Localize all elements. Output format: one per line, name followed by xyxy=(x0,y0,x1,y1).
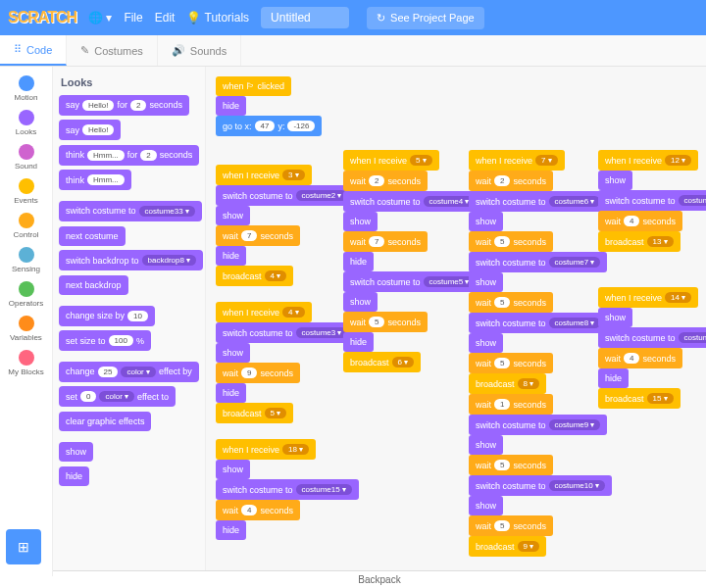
block[interactable]: show xyxy=(216,460,250,479)
block[interactable]: switch costume to costume5 ▾ xyxy=(343,271,481,292)
menu-edit[interactable]: Edit xyxy=(155,11,176,24)
script-stack[interactable]: when I receive 5 ▾ wait 2 seconds switch… xyxy=(343,150,481,372)
block[interactable]: switch costume to costume3 ▾ xyxy=(216,322,354,343)
block[interactable]: broadcast 13 ▾ xyxy=(598,231,681,252)
tab-code[interactable]: ⠿Code xyxy=(0,35,67,66)
block[interactable]: hide xyxy=(216,96,246,116)
block[interactable]: when 🏳 clicked xyxy=(216,76,291,96)
block[interactable]: wait 7 seconds xyxy=(343,231,428,252)
block[interactable]: hide xyxy=(598,368,629,388)
project-title-input[interactable] xyxy=(261,7,349,28)
block[interactable]: go to x: 47 y: -126 xyxy=(216,116,322,136)
script-stack[interactable]: when I receive 18 ▾ show switch costume … xyxy=(216,439,359,540)
block[interactable]: switch backdrop to backdrop8 ▾ xyxy=(59,250,203,270)
block[interactable]: switch costume to costume15 ▾ xyxy=(216,479,359,500)
block[interactable]: switch costume to costume2 ▾ xyxy=(216,185,354,206)
scratch-logo[interactable]: SCRATCH xyxy=(8,9,76,26)
category-motion[interactable]: Motion xyxy=(0,73,52,105)
script-stack[interactable]: when 🏳 clicked hide go to x: 47 y: -126 xyxy=(216,76,322,136)
block[interactable]: show xyxy=(598,308,632,327)
category-control[interactable]: Control xyxy=(0,210,52,242)
block[interactable]: show xyxy=(343,292,378,312)
block[interactable]: switch costume to costume9 ▾ xyxy=(469,415,607,435)
block[interactable]: when I receive 18 ▾ xyxy=(216,439,316,460)
block[interactable]: broadcast 6 ▾ xyxy=(343,352,421,372)
block[interactable]: show xyxy=(216,206,250,225)
block[interactable]: say Hello! xyxy=(59,120,121,140)
block[interactable]: hide xyxy=(216,383,246,403)
block[interactable]: wait 9 seconds xyxy=(216,363,300,383)
script-stack[interactable]: when I receive 7 ▾ wait 2 seconds switch… xyxy=(469,150,612,557)
block[interactable]: switch costume to costume8 ▾ xyxy=(469,313,607,333)
block[interactable]: think Hmm... for 2 seconds xyxy=(59,145,199,166)
block[interactable]: show xyxy=(469,333,503,353)
block[interactable]: switch costume to costume6 ▾ xyxy=(469,191,607,212)
block[interactable]: switch costume to costume7 ▾ xyxy=(469,252,607,272)
block[interactable]: next costume xyxy=(59,226,126,246)
block[interactable]: wait 5 seconds xyxy=(469,515,553,536)
block[interactable]: wait 5 seconds xyxy=(469,231,553,252)
block[interactable]: next backdrop xyxy=(59,275,128,295)
block[interactable]: wait 1 seconds xyxy=(469,394,553,415)
block[interactable]: wait 2 seconds xyxy=(343,171,428,191)
block[interactable]: say Hello! for 2 seconds xyxy=(59,95,189,116)
block[interactable]: show xyxy=(343,212,378,231)
block[interactable]: broadcast 9 ▾ xyxy=(469,536,546,557)
tab-sounds[interactable]: 🔊Sounds xyxy=(158,35,241,66)
block[interactable]: when I receive 7 ▾ xyxy=(469,150,565,171)
block[interactable]: broadcast 15 ▾ xyxy=(598,388,681,409)
block[interactable]: hide xyxy=(343,252,374,271)
block[interactable]: broadcast 4 ▾ xyxy=(216,266,293,286)
add-extension-button[interactable]: ⊞ xyxy=(6,529,41,564)
see-project-page-button[interactable]: ↻ See Project Page xyxy=(367,7,484,29)
block[interactable]: wait 4 seconds xyxy=(598,348,682,368)
block[interactable]: switch costume to costume xyxy=(598,327,706,348)
block[interactable]: show xyxy=(469,496,503,515)
block[interactable]: when I receive 4 ▾ xyxy=(216,302,312,322)
block[interactable]: when I receive 3 ▾ xyxy=(216,165,312,185)
menu-file[interactable]: File xyxy=(124,11,142,24)
block[interactable]: clear graphic effects xyxy=(59,412,151,431)
block[interactable]: wait 5 seconds xyxy=(469,292,553,313)
block[interactable]: switch costume to costume4 ▾ xyxy=(343,191,481,212)
block[interactable]: set 0 color ▾ effect to xyxy=(59,386,176,407)
block[interactable]: wait 5 seconds xyxy=(469,353,553,373)
backpack-bar[interactable]: Backpack xyxy=(53,570,706,588)
block[interactable]: broadcast 8 ▾ xyxy=(469,373,546,394)
block[interactable]: show xyxy=(216,343,250,363)
menu-tutorials[interactable]: 💡 Tutorials xyxy=(186,11,249,24)
script-stack[interactable]: when I receive 3 ▾ switch costume to cos… xyxy=(216,165,354,286)
globe-icon[interactable]: 🌐 ▾ xyxy=(88,11,112,24)
block[interactable]: hide xyxy=(216,520,246,540)
category-looks[interactable]: Looks xyxy=(0,107,52,139)
category-sound[interactable]: Sound xyxy=(0,141,52,173)
block[interactable]: change size by 10 xyxy=(59,306,155,326)
block[interactable]: when I receive 14 ▾ xyxy=(598,287,698,308)
script-stack[interactable]: when I receive 4 ▾ switch costume to cos… xyxy=(216,302,354,423)
block[interactable]: switch costume to costume33 ▾ xyxy=(59,201,202,221)
script-stack[interactable]: when I receive 12 ▾ show switch costume … xyxy=(598,150,706,252)
category-sensing[interactable]: Sensing xyxy=(0,244,52,276)
category-my blocks[interactable]: My Blocks xyxy=(0,347,52,379)
block[interactable]: show xyxy=(598,171,632,190)
block[interactable]: think Hmm... xyxy=(59,170,131,190)
category-variables[interactable]: Variables xyxy=(0,313,52,345)
block[interactable]: show xyxy=(59,442,93,462)
block[interactable]: wait 4 seconds xyxy=(598,211,682,231)
block[interactable]: set size to 100 % xyxy=(59,330,151,351)
block[interactable]: hide xyxy=(59,466,89,486)
block[interactable]: hide xyxy=(343,332,374,352)
block[interactable]: switch costume to costume xyxy=(598,190,706,211)
block[interactable]: wait 7 seconds xyxy=(216,225,300,246)
script-stack[interactable]: when I receive 14 ▾ show switch costume … xyxy=(598,287,706,409)
block[interactable]: wait 2 seconds xyxy=(469,171,553,191)
block[interactable]: broadcast 5 ▾ xyxy=(216,403,293,423)
block[interactable]: show xyxy=(469,272,503,292)
block[interactable]: switch costume to costume10 ▾ xyxy=(469,475,612,496)
script-canvas[interactable]: when 🏳 clicked hide go to x: 47 y: -126 … xyxy=(206,67,706,576)
block-palette[interactable]: Looks say Hello! for 2 secondssay Hello!… xyxy=(53,67,206,576)
block[interactable]: change 25 color ▾ effect by xyxy=(59,362,199,382)
block[interactable]: wait 5 seconds xyxy=(343,312,428,332)
category-events[interactable]: Events xyxy=(0,175,52,208)
category-operators[interactable]: Operators xyxy=(0,278,52,311)
